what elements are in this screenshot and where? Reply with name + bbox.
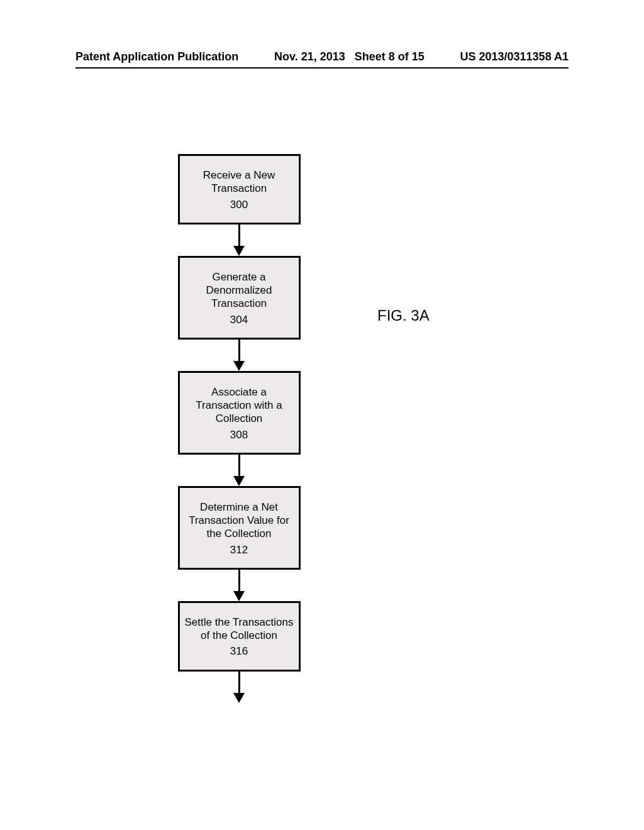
arrow-head-icon (233, 693, 245, 703)
arrow-head-icon (233, 361, 245, 371)
header-publication: Patent Application Publication (75, 50, 238, 64)
header-sheet: Sheet 8 of 15 (355, 50, 425, 63)
step-312: Determine a Net Transaction Value for th… (178, 486, 301, 570)
arrow-2 (233, 340, 245, 371)
arrow-stem (238, 570, 240, 591)
step-ref: 316 (185, 645, 294, 658)
arrow-5 (233, 672, 245, 703)
step-ref: 312 (185, 543, 294, 556)
header-date-sheet: Nov. 21, 2013 Sheet 8 of 15 (274, 50, 425, 64)
arrow-4 (233, 570, 245, 601)
arrow-stem (238, 340, 240, 361)
arrow-stem (238, 224, 240, 246)
step-text: Settle the Transactions of the Collectio… (185, 616, 294, 641)
arrow-stem (238, 455, 240, 476)
step-text: Generate a Denormalized Transaction (206, 271, 272, 310)
step-text: Associate a Transaction with a Collectio… (196, 386, 282, 425)
step-316: Settle the Transactions of the Collectio… (178, 601, 301, 672)
page-header: Patent Application Publication Nov. 21, … (75, 50, 569, 69)
step-text: Receive a New Transaction (203, 169, 275, 194)
step-304: Generate a Denormalized Transaction 304 (178, 256, 301, 340)
flowchart: Receive a New Transaction 300 Generate a… (170, 154, 308, 703)
arrow-head-icon (233, 246, 245, 256)
step-ref: 304 (185, 313, 294, 326)
header-pubnum: US 2013/0311358 A1 (460, 50, 569, 64)
patent-page: Patent Application Publication Nov. 21, … (0, 0, 644, 830)
arrow-3 (233, 455, 245, 486)
arrow-head-icon (233, 476, 245, 486)
arrow-stem (238, 672, 240, 693)
arrow-1 (233, 224, 245, 256)
step-300: Receive a New Transaction 300 (178, 154, 301, 224)
step-ref: 308 (185, 428, 294, 441)
header-date: Nov. 21, 2013 (274, 50, 345, 63)
arrow-head-icon (233, 591, 245, 601)
figure-label: FIG. 3A (377, 307, 430, 324)
step-308: Associate a Transaction with a Collectio… (178, 371, 301, 455)
step-text: Determine a Net Transaction Value for th… (189, 501, 289, 540)
step-ref: 300 (185, 198, 294, 211)
